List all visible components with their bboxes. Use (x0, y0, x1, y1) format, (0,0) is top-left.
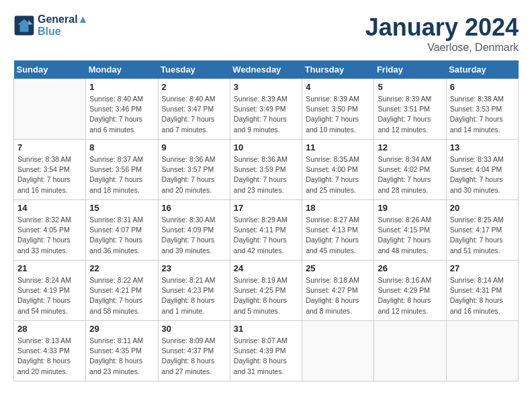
day-number: 19 (378, 203, 442, 213)
day-number: 13 (450, 142, 515, 152)
week-row-2: 7Sunrise: 8:38 AM Sunset: 3:54 PM Daylig… (14, 140, 519, 200)
title-area: January 2024 Vaerlose, Denmark (365, 13, 519, 54)
day-header-monday: Monday (86, 60, 158, 79)
day-content: Sunrise: 8:38 AM Sunset: 3:53 PM Dayligh… (450, 94, 515, 135)
day-content: Sunrise: 8:40 AM Sunset: 3:46 PM Dayligh… (89, 94, 154, 135)
day-header-tuesday: Tuesday (158, 60, 230, 79)
calendar-cell: 4Sunrise: 8:39 AM Sunset: 3:50 PM Daylig… (302, 79, 374, 140)
day-number: 23 (162, 263, 226, 273)
calendar-table: SundayMondayTuesdayWednesdayThursdayFrid… (13, 60, 519, 381)
day-header-wednesday: Wednesday (230, 60, 302, 79)
day-content: Sunrise: 8:34 AM Sunset: 4:02 PM Dayligh… (378, 154, 442, 195)
day-number: 24 (234, 263, 298, 273)
day-content: Sunrise: 8:36 AM Sunset: 3:57 PM Dayligh… (162, 154, 226, 195)
day-header-saturday: Saturday (446, 60, 518, 79)
calendar-cell: 30Sunrise: 8:09 AM Sunset: 4:37 PM Dayli… (158, 321, 230, 381)
calendar-cell: 20Sunrise: 8:25 AM Sunset: 4:17 PM Dayli… (446, 200, 518, 261)
calendar-cell (374, 321, 446, 381)
calendar-cell: 28Sunrise: 8:13 AM Sunset: 4:33 PM Dayli… (14, 321, 86, 381)
calendar-cell (446, 321, 518, 381)
day-number: 4 (306, 82, 370, 92)
day-number: 2 (162, 82, 226, 92)
calendar-cell (14, 79, 86, 140)
day-content: Sunrise: 8:25 AM Sunset: 4:17 PM Dayligh… (450, 215, 515, 256)
day-number: 21 (17, 263, 82, 273)
day-content: Sunrise: 8:40 AM Sunset: 3:47 PM Dayligh… (162, 94, 226, 135)
day-number: 15 (89, 203, 154, 213)
day-number: 30 (162, 324, 226, 334)
day-number: 27 (450, 263, 515, 273)
day-content: Sunrise: 8:11 AM Sunset: 4:35 PM Dayligh… (89, 336, 154, 377)
day-content: Sunrise: 8:32 AM Sunset: 4:05 PM Dayligh… (17, 215, 82, 256)
calendar-cell: 31Sunrise: 8:07 AM Sunset: 4:39 PM Dayli… (230, 321, 302, 381)
day-number: 14 (17, 203, 82, 213)
location: Vaerlose, Denmark (365, 42, 519, 54)
day-number: 17 (234, 203, 298, 213)
day-header-friday: Friday (374, 60, 446, 79)
day-number: 6 (450, 82, 515, 92)
calendar-cell: 16Sunrise: 8:30 AM Sunset: 4:09 PM Dayli… (158, 200, 230, 261)
day-content: Sunrise: 8:35 AM Sunset: 4:00 PM Dayligh… (306, 154, 370, 195)
day-number: 20 (450, 203, 515, 213)
day-number: 12 (378, 142, 442, 152)
calendar-cell: 21Sunrise: 8:24 AM Sunset: 4:19 PM Dayli… (14, 261, 86, 321)
calendar-cell: 3Sunrise: 8:39 AM Sunset: 3:49 PM Daylig… (230, 79, 302, 140)
day-content: Sunrise: 8:30 AM Sunset: 4:09 PM Dayligh… (162, 215, 226, 256)
week-row-3: 14Sunrise: 8:32 AM Sunset: 4:05 PM Dayli… (14, 200, 519, 261)
day-content: Sunrise: 8:09 AM Sunset: 4:37 PM Dayligh… (162, 336, 226, 377)
day-number: 1 (89, 82, 154, 92)
calendar-cell: 8Sunrise: 8:37 AM Sunset: 3:56 PM Daylig… (86, 140, 158, 200)
calendar-cell: 19Sunrise: 8:26 AM Sunset: 4:15 PM Dayli… (374, 200, 446, 261)
calendar-cell: 18Sunrise: 8:27 AM Sunset: 4:13 PM Dayli… (302, 200, 374, 261)
day-number: 31 (234, 324, 298, 334)
day-content: Sunrise: 8:27 AM Sunset: 4:13 PM Dayligh… (306, 215, 370, 256)
calendar-cell: 24Sunrise: 8:19 AM Sunset: 4:25 PM Dayli… (230, 261, 302, 321)
calendar-cell: 26Sunrise: 8:16 AM Sunset: 4:29 PM Dayli… (374, 261, 446, 321)
calendar-cell: 7Sunrise: 8:38 AM Sunset: 3:54 PM Daylig… (14, 140, 86, 200)
day-number: 3 (234, 82, 298, 92)
day-number: 8 (89, 142, 154, 152)
calendar-cell: 12Sunrise: 8:34 AM Sunset: 4:02 PM Dayli… (374, 140, 446, 200)
day-number: 29 (89, 324, 154, 334)
day-number: 16 (162, 203, 226, 213)
calendar-cell (302, 321, 374, 381)
day-content: Sunrise: 8:38 AM Sunset: 3:54 PM Dayligh… (17, 154, 82, 195)
day-number: 10 (234, 142, 298, 152)
month-title: January 2024 (365, 13, 519, 42)
day-content: Sunrise: 8:19 AM Sunset: 4:25 PM Dayligh… (234, 275, 298, 316)
day-content: Sunrise: 8:39 AM Sunset: 3:49 PM Dayligh… (234, 94, 298, 135)
calendar-cell: 23Sunrise: 8:21 AM Sunset: 4:23 PM Dayli… (158, 261, 230, 321)
calendar-cell: 27Sunrise: 8:14 AM Sunset: 4:31 PM Dayli… (446, 261, 518, 321)
logo-text: General▲ Blue (38, 13, 88, 38)
day-number: 7 (17, 142, 82, 152)
day-content: Sunrise: 8:39 AM Sunset: 3:51 PM Dayligh… (378, 94, 442, 135)
page-header: General▲ Blue January 2024 Vaerlose, Den… (13, 13, 519, 54)
day-header-thursday: Thursday (302, 60, 374, 79)
day-content: Sunrise: 8:31 AM Sunset: 4:07 PM Dayligh… (89, 215, 154, 256)
week-row-1: 1Sunrise: 8:40 AM Sunset: 3:46 PM Daylig… (14, 79, 519, 140)
calendar-header-row: SundayMondayTuesdayWednesdayThursdayFrid… (14, 60, 519, 79)
calendar-cell: 29Sunrise: 8:11 AM Sunset: 4:35 PM Dayli… (86, 321, 158, 381)
week-row-4: 21Sunrise: 8:24 AM Sunset: 4:19 PM Dayli… (14, 261, 519, 321)
calendar-cell: 9Sunrise: 8:36 AM Sunset: 3:57 PM Daylig… (158, 140, 230, 200)
day-number: 11 (306, 142, 370, 152)
day-content: Sunrise: 8:26 AM Sunset: 4:15 PM Dayligh… (378, 215, 442, 256)
day-content: Sunrise: 8:36 AM Sunset: 3:59 PM Dayligh… (234, 154, 298, 195)
calendar-cell: 6Sunrise: 8:38 AM Sunset: 3:53 PM Daylig… (446, 79, 518, 140)
calendar-cell: 10Sunrise: 8:36 AM Sunset: 3:59 PM Dayli… (230, 140, 302, 200)
calendar-cell: 13Sunrise: 8:33 AM Sunset: 4:04 PM Dayli… (446, 140, 518, 200)
calendar-cell: 25Sunrise: 8:18 AM Sunset: 4:27 PM Dayli… (302, 261, 374, 321)
day-number: 22 (89, 263, 154, 273)
day-content: Sunrise: 8:18 AM Sunset: 4:27 PM Dayligh… (306, 275, 370, 316)
day-content: Sunrise: 8:39 AM Sunset: 3:50 PM Dayligh… (306, 94, 370, 135)
day-header-sunday: Sunday (14, 60, 86, 79)
day-content: Sunrise: 8:33 AM Sunset: 4:04 PM Dayligh… (450, 154, 515, 195)
day-number: 9 (162, 142, 226, 152)
day-number: 5 (378, 82, 442, 92)
week-row-5: 28Sunrise: 8:13 AM Sunset: 4:33 PM Dayli… (14, 321, 519, 381)
calendar-cell: 14Sunrise: 8:32 AM Sunset: 4:05 PM Dayli… (14, 200, 86, 261)
day-content: Sunrise: 8:24 AM Sunset: 4:19 PM Dayligh… (17, 275, 82, 316)
calendar-cell: 17Sunrise: 8:29 AM Sunset: 4:11 PM Dayli… (230, 200, 302, 261)
logo-icon (13, 15, 35, 36)
calendar-cell: 5Sunrise: 8:39 AM Sunset: 3:51 PM Daylig… (374, 79, 446, 140)
